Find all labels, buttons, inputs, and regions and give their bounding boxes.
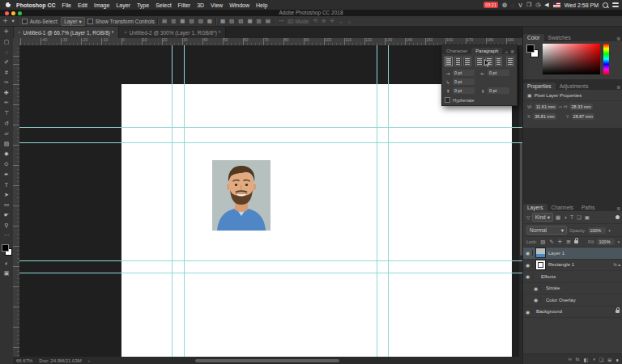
lock-all-icon[interactable] [574,240,578,243]
distribute-horizontal-icon[interactable]: ▥ [256,18,262,24]
panel-menu-icon[interactable]: ≣ [616,205,622,211]
filter-toggle[interactable] [616,215,620,219]
tab-character[interactable]: Character [442,48,471,54]
eyedropper-tool[interactable]: ✑ [0,78,13,88]
document-tab-untitled-2[interactable]: × Untitled-2 @ 300% (Layer 1, RGB/8*) * [119,27,226,38]
filter-smart-object-icon[interactable]: ▣ [584,214,590,221]
layer-row-layer-1[interactable]: ◉ Layer 1 [523,248,622,260]
apple-menu-icon[interactable] [6,2,11,7]
tab-properties[interactable]: Properties [523,83,556,90]
layer-filter-dropdown[interactable]: Kind▾ [532,213,553,222]
menu-layer[interactable]: Layer [113,2,134,8]
marquee-tool[interactable]: ▢ [0,37,13,48]
3d-drag-icon[interactable]: ✛ [329,18,334,24]
justify-last-right-button[interactable] [495,57,503,66]
menubar-clock[interactable]: Wed 2:58 PM [564,2,599,8]
dropdown-caret-icon[interactable]: ▾ [608,228,611,233]
lock-artboard-icon[interactable]: ⊞ [565,239,571,245]
screen-mode-button[interactable]: ▣ [0,269,13,279]
auto-select-dropdown[interactable]: Layer▾ [61,17,85,26]
status-icon-2[interactable]: ◌ [511,2,514,8]
lock-transparency-icon[interactable]: ▨ [539,239,546,245]
height-field[interactable]: 28.33 mm [569,104,592,110]
indent-left-field[interactable]: 0 pt [453,70,475,76]
zoom-tool[interactable]: ⚲ [0,220,13,231]
saturation-brightness-field[interactable] [543,44,600,74]
pen-tool[interactable]: ✒ [0,169,13,180]
menu-help[interactable]: Help [253,2,271,8]
tab-paths[interactable]: Paths [577,204,599,211]
zoom-window-button[interactable] [18,11,22,15]
align-horizontal-centers-icon[interactable]: ▥ [170,18,177,24]
menu-select[interactable]: Select [152,2,174,8]
zoom-level-field[interactable]: 66.67% [16,358,32,363]
control-center-icon[interactable] [612,2,619,7]
panel-menu-icon[interactable]: ≣ [616,36,622,41]
filter-shape-icon[interactable]: ❏ [576,214,582,221]
add-mask-icon[interactable]: ◧ [583,357,588,362]
menu-edit[interactable]: Edit [75,2,91,8]
menu-image[interactable]: Image [91,2,113,8]
minimize-window-button[interactable] [11,11,15,15]
tab-channels[interactable]: Channels [547,204,577,211]
clock-icon[interactable]: ◷ [535,2,540,8]
visibility-eye-icon[interactable]: ◉ [531,297,541,303]
status-icon-3[interactable]: V [518,2,522,8]
align-right-button[interactable] [463,57,471,66]
3d-scale-icon[interactable]: ⌂ [347,19,351,24]
align-center-button[interactable] [454,57,462,66]
status-icon-1[interactable]: ◍ [502,2,507,8]
spotlight-icon[interactable] [603,2,608,8]
space-before-field[interactable]: 0 pt [453,87,475,94]
type-tool[interactable]: T [0,180,13,190]
distribute-right-icon[interactable]: ▤ [265,18,271,24]
menu-3d[interactable]: 3D [194,2,207,8]
crop-tool[interactable]: # [0,67,13,78]
layer-style-icon[interactable]: fx [576,357,580,362]
align-options-icon[interactable]: ⋯ [278,18,285,24]
filter-adjustment-icon[interactable]: ◑ [563,214,568,220]
layer-name[interactable]: Background [536,309,562,314]
visibility-eye-icon[interactable]: ◉ [531,286,541,291]
distribute-top-icon[interactable]: ▩ [219,18,226,24]
auto-select-checkbox[interactable] [22,19,28,24]
align-bottom-edges-icon[interactable]: ▩ [207,18,213,24]
distribute-bottom-icon[interactable]: ▧ [237,18,244,24]
blend-mode-dropdown[interactable]: Normal▾ [526,226,567,235]
layer-name[interactable]: Layer 1 [548,251,564,256]
tab-swatches[interactable]: Swatches [544,34,575,41]
hyphenate-checkbox[interactable] [445,97,450,103]
clone-stamp-tool[interactable]: ⊤ [0,108,13,119]
close-window-button[interactable] [5,11,9,15]
status-chevron-icon[interactable]: › [88,358,90,363]
menu-window[interactable]: Window [226,2,253,8]
y-field[interactable]: 28.87 mm [572,113,594,120]
indent-right-field[interactable]: 0 pt [488,70,509,76]
brush-tool[interactable]: ✏ [0,98,13,108]
opacity-field[interactable]: 100% [588,227,606,234]
quick-mask-button[interactable]: ◐ [0,258,13,269]
lasso-tool[interactable]: ◌ [0,47,13,57]
gradient-tool[interactable]: ▧ [0,139,13,150]
dropdown-caret-icon[interactable]: ▾ [617,239,620,244]
path-selection-tool[interactable]: ➤ [0,190,13,201]
placed-portrait-photo[interactable] [212,160,271,231]
3d-roll-icon[interactable]: ⊕ [321,18,326,24]
align-left-edges-icon[interactable]: ▤ [161,18,168,24]
hand-tool[interactable]: ☛ [0,210,13,221]
align-right-edges-icon[interactable]: ▦ [179,18,185,24]
tab-color[interactable]: Color [523,34,544,41]
documents-icon[interactable]: ❐ [526,2,531,8]
lock-position-icon[interactable]: ✛ [557,239,563,245]
blur-tool[interactable]: ◆ [0,149,13,159]
foreground-color-swatch[interactable] [526,44,535,53]
panel-menu-icon[interactable]: ≣ [616,84,622,90]
justify-all-button[interactable] [506,57,514,66]
align-top-edges-icon[interactable]: ▧ [188,18,194,24]
menu-view[interactable]: View [207,2,226,8]
x-field[interactable]: 35.81 mm [533,113,556,120]
align-vertical-centers-icon[interactable]: ▨ [198,18,204,24]
horizontal-scrollbar-thumb[interactable] [195,359,339,362]
fx-badge[interactable]: fx ▴ [613,262,620,267]
delete-layer-icon[interactable]: ∎ [616,357,619,362]
